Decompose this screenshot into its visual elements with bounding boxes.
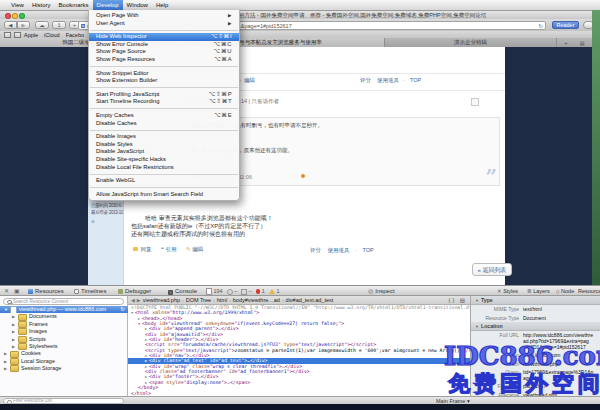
rate-link[interactable]: 评分: [310, 247, 321, 253]
breadcrumb-item[interactable]: body#viewthre…ad: [233, 297, 280, 303]
browser-tab[interactable]: 演示企业特辑: [385, 38, 557, 47]
tab-layers[interactable]: ≣ Layers: [527, 287, 550, 296]
search-input[interactable]: Search Resource Content: [3, 298, 124, 305]
menubar-item-bookmarks[interactable]: Bookmarks: [55, 0, 93, 11]
top-link[interactable]: TOP: [362, 247, 373, 253]
develop-menu-item[interactable]: Show Error Console⌥⌘C: [89, 41, 239, 49]
develop-menu-item[interactable]: Disable Styles: [89, 141, 239, 149]
reload-icon[interactable]: ↻: [120, 306, 125, 313]
develop-menu-item[interactable]: Disable Images: [89, 133, 239, 141]
user-badge-icon[interactable]: ⊕: [91, 219, 94, 224]
develop-menu-item[interactable]: Show Snippet Editor: [89, 70, 239, 78]
edit-link[interactable]: 编辑: [192, 246, 203, 252]
dot: ·: [403, 77, 405, 83]
tree-item[interactable]: ▶Images: [0, 328, 128, 335]
breadcrumb-item[interactable]: DOM Tree: [186, 297, 211, 303]
edit-link[interactable]: 编辑: [244, 77, 255, 84]
develop-menu-item[interactable]: Hide Web Inspector⌥⇧⌘I: [89, 33, 239, 41]
share-button[interactable]: ↥: [52, 21, 66, 29]
code-token: "></div>: [287, 369, 310, 374]
back-button[interactable]: ◀: [4, 21, 17, 29]
bookmark-item[interactable]: Facebo: [66, 32, 84, 38]
quote-link[interactable]: 引用: [166, 246, 177, 252]
reader-button[interactable]: Reader: [552, 21, 579, 29]
menu-shortcut: ⌥⌘A: [214, 56, 232, 64]
code-token: <script: [145, 342, 168, 347]
develop-menu-item[interactable]: User Agent▶: [89, 20, 239, 28]
return-to-list-button[interactable]: « 返回列表: [472, 263, 512, 276]
tab-timelines[interactable]: Timelines: [74, 287, 106, 296]
develop-menu-item[interactable]: Enable WebGL: [89, 177, 239, 185]
code-token: append_parent: [175, 326, 213, 331]
tree-item[interactable]: ▶Frames: [0, 321, 128, 328]
show-all-tabs-button[interactable]: ▤: [576, 40, 588, 46]
back-icon[interactable]: ◀: [131, 297, 135, 303]
detail-row: Hostwww.idc886.com: [471, 351, 600, 359]
tab-debugger[interactable]: Debugger: [118, 287, 151, 296]
warn-icon: [269, 289, 275, 294]
tab-styles[interactable]: ✕ Styles: [497, 287, 518, 296]
top-link[interactable]: TOP: [410, 77, 421, 83]
tree-item[interactable]: ▼viewthread.php — www.idc886.com↻: [0, 306, 128, 313]
pretty-print-icon[interactable]: {} ▤: [449, 297, 467, 303]
location-rows: Full URLhttp://www.idc886.com/viewthread…: [471, 331, 600, 396]
layers-icon: [241, 289, 247, 295]
dock-inspector-icon[interactable]: ▣: [14, 287, 20, 296]
tools-link[interactable]: 使用道具: [328, 247, 350, 253]
develop-menu-item[interactable]: Open Page With▶: [89, 12, 239, 20]
reload-icon[interactable]: ↻: [538, 22, 543, 30]
breadcrumb-item[interactable]: div#ad_text.ad_text: [286, 297, 334, 303]
breadcrumb-item[interactable]: viewthread.php: [143, 297, 180, 303]
breadcrumb-item[interactable]: html: [217, 297, 227, 303]
develop-menu-item[interactable]: Show Extension Builder: [89, 77, 239, 85]
tab-node[interactable]: ⟨⟩ Node: [556, 287, 574, 296]
close-inspector-icon[interactable]: ✕: [4, 287, 9, 296]
develop-menu-item[interactable]: Start Timeline Recording⌥⇧⌘T: [89, 98, 239, 106]
post-quick-action-icon[interactable]: [471, 98, 479, 106]
tree-item[interactable]: ▶Documents: [0, 313, 128, 320]
console-button[interactable]: ›Console: [168, 287, 197, 296]
code-token: nav: [175, 353, 184, 358]
tab-resource[interactable]: Resource: [578, 287, 600, 296]
type-section-header[interactable]: ▼Type: [471, 296, 600, 305]
rate-link[interactable]: 评分: [360, 77, 371, 84]
menubar-item-view[interactable]: View: [7, 0, 28, 11]
develop-menu-item[interactable]: Allow JavaScript from Smart Search Field: [89, 191, 239, 199]
icloud-tabs-button[interactable]: ☁: [35, 21, 49, 29]
develop-menu-item[interactable]: Disable JavaScript: [89, 148, 239, 156]
menubar-item-window[interactable]: Window: [123, 0, 152, 11]
tree-item[interactable]: ▶Local Storage: [0, 358, 128, 365]
develop-menu-item[interactable]: Empty Caches⌥⌘E: [89, 112, 239, 120]
inspect-button[interactable]: ◎Inspect: [368, 287, 395, 296]
develop-menu-item[interactable]: Show Page Source⌥⌘U: [89, 48, 239, 56]
forward-button[interactable]: ▶: [17, 21, 30, 29]
bookmarks-grid-icon[interactable]: [4, 32, 11, 38]
menubar-item-help[interactable]: Help: [152, 0, 172, 11]
develop-menu-item[interactable]: Show Page Resources⌥⌘A: [89, 56, 239, 64]
jump-to-post-icon[interactable]: [301, 174, 305, 178]
reading-list-icon[interactable]: [14, 32, 21, 38]
menubar-item-history[interactable]: History: [28, 0, 55, 11]
bookmarks-items: AppleiCloudFacebo: [24, 32, 90, 38]
tree-item[interactable]: ▶Cookies: [0, 350, 128, 357]
tools-link[interactable]: 使用道具: [377, 77, 399, 84]
post-action-row: 回复 ❝ 引用 ✎ 编辑: [133, 246, 203, 253]
menubar-item-develop[interactable]: Develop: [93, 0, 123, 11]
bookmark-item[interactable]: Apple: [24, 32, 38, 38]
tree-item[interactable]: ▶Scripts: [0, 336, 128, 343]
tree-item[interactable]: ▶Session Storage: [0, 365, 128, 372]
detail-label: Query: [471, 369, 523, 381]
develop-menu-item[interactable]: Disable Caches: [89, 120, 239, 128]
develop-menu-item[interactable]: Start Profiling JavaScript⌥⇧⌘P: [89, 91, 239, 99]
forward-icon[interactable]: ▶: [137, 297, 141, 303]
bookmark-item[interactable]: iCloud: [44, 32, 60, 38]
reply-link[interactable]: 回复: [141, 246, 152, 252]
develop-menu-item[interactable]: Disable Local File Restrictions: [89, 164, 239, 172]
location-section-header[interactable]: ▼Location: [471, 322, 600, 331]
tree-item[interactable]: ▶Stylesheets: [0, 343, 128, 350]
develop-menu-item[interactable]: Disable Site-specific Hacks: [89, 156, 239, 164]
detail-label: MIME Type: [471, 306, 523, 312]
tab-resources[interactable]: Resources: [28, 287, 64, 296]
code-token: <!DOCTYPE html PUBLIC "-//W3C//DTD XHTML…: [131, 305, 470, 310]
tab-new-button[interactable]: +: [560, 40, 572, 46]
